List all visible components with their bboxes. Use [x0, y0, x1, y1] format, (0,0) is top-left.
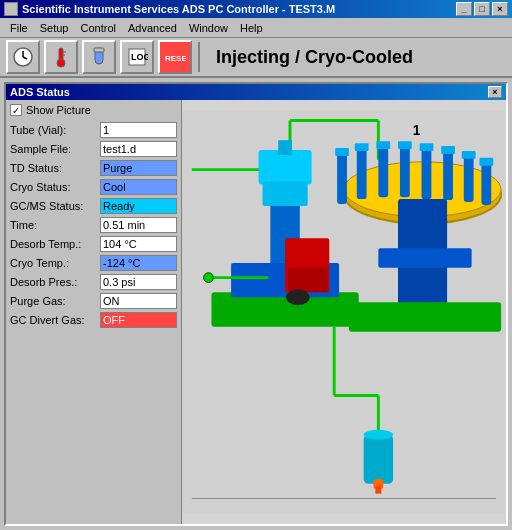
field-gc-divert-label: GC Divert Gas:	[10, 314, 100, 326]
ads-panel-titlebar: ADS Status ×	[6, 84, 506, 100]
svg-rect-37	[400, 143, 410, 197]
field-desorb-pres: Desorb Pres.: 0.3 psi	[10, 273, 177, 291]
svg-rect-8	[94, 48, 104, 52]
field-td: TD Status: Purge	[10, 159, 177, 177]
field-cryo-value: Cool	[100, 179, 177, 195]
svg-rect-56	[375, 486, 381, 494]
field-purge-label: Purge Gas:	[10, 295, 100, 307]
field-gcms-label: GC/MS Status:	[10, 200, 100, 212]
svg-rect-32	[335, 148, 349, 156]
svg-point-25	[286, 289, 310, 305]
svg-rect-49	[349, 302, 501, 331]
svg-rect-38	[398, 141, 412, 149]
show-picture-checkbox[interactable]: ✓	[10, 104, 22, 116]
svg-rect-48	[378, 248, 471, 268]
field-td-value: Purge	[100, 160, 177, 176]
svg-point-27	[204, 273, 214, 283]
svg-rect-40	[420, 143, 434, 151]
svg-rect-43	[464, 153, 474, 202]
field-purge: Purge Gas: ON	[10, 292, 177, 310]
log-button[interactable]: LOG	[120, 40, 154, 74]
toolbar: LOG RESET Injecting / Cryo-Cooled	[0, 38, 512, 78]
tube-button[interactable]	[82, 40, 116, 74]
menu-file[interactable]: File	[4, 20, 34, 36]
diagram-area: 1	[181, 100, 506, 524]
maximize-button[interactable]: □	[474, 2, 490, 16]
close-button[interactable]: ×	[492, 2, 508, 16]
status-label: Injecting / Cryo-Cooled	[216, 47, 413, 68]
svg-text:RESET: RESET	[165, 54, 186, 63]
app-icon	[4, 2, 18, 16]
field-gcms: GC/MS Status: Ready	[10, 197, 177, 215]
clock-button[interactable]	[6, 40, 40, 74]
field-cryo-temp-label: Cryo Temp.:	[10, 257, 100, 269]
svg-rect-19	[278, 140, 292, 155]
menu-control[interactable]: Control	[74, 20, 121, 36]
field-cryo-temp: Cryo Temp.: -124 °C	[10, 254, 177, 272]
field-sample: Sample File: test1.d	[10, 140, 177, 158]
svg-rect-45	[481, 160, 491, 205]
title-text: Scientific Instrument Services ADS PC Co…	[22, 3, 335, 15]
svg-rect-41	[443, 148, 453, 200]
field-tube-label: Tube (Vial):	[10, 124, 100, 136]
field-time-value: 0.51 min	[100, 217, 177, 233]
field-gcms-value: Ready	[100, 198, 177, 214]
svg-text:LOG: LOG	[131, 52, 148, 62]
svg-rect-18	[259, 150, 312, 184]
field-time-label: Time:	[10, 219, 100, 231]
field-cryo-label: Cryo Status:	[10, 181, 100, 193]
menu-window[interactable]: Window	[183, 20, 234, 36]
field-desorb-temp: Desorb Temp.: 104 °C	[10, 235, 177, 253]
menu-bar: File Setup Control Advanced Window Help	[0, 18, 512, 38]
field-purge-value: ON	[100, 293, 177, 309]
svg-point-54	[364, 430, 393, 440]
field-desorb-temp-label: Desorb Temp.:	[10, 238, 100, 250]
ads-panel: ADS Status × ✓ Show Picture Tube (Vial):…	[4, 82, 508, 526]
svg-rect-46	[479, 158, 493, 166]
show-picture-label: Show Picture	[26, 104, 91, 116]
field-desorb-temp-value: 104 °C	[100, 236, 177, 252]
main-area: ADS Status × ✓ Show Picture Tube (Vial):…	[0, 78, 512, 530]
show-picture-row: ✓ Show Picture	[10, 104, 177, 116]
temp-button[interactable]	[44, 40, 78, 74]
field-gc-divert: GC Divert Gas: OFF	[10, 311, 177, 329]
field-time: Time: 0.51 min	[10, 216, 177, 234]
field-td-label: TD Status:	[10, 162, 100, 174]
svg-rect-34	[355, 143, 369, 151]
svg-rect-35	[378, 143, 388, 197]
field-sample-value: test1.d	[100, 141, 177, 157]
svg-rect-20	[263, 181, 308, 206]
svg-rect-44	[462, 151, 476, 159]
menu-setup[interactable]: Setup	[34, 20, 75, 36]
field-sample-label: Sample File:	[10, 143, 100, 155]
svg-rect-36	[376, 141, 390, 149]
field-tube: Tube (Vial): 1	[10, 121, 177, 139]
field-cryo-temp-value: -124 °C	[100, 255, 177, 271]
menu-help[interactable]: Help	[234, 20, 269, 36]
reset-button[interactable]: RESET	[158, 40, 192, 74]
field-cryo: Cryo Status: Cool	[10, 178, 177, 196]
svg-rect-33	[357, 145, 367, 199]
field-gc-divert-value: OFF	[100, 312, 177, 328]
status-panel: ✓ Show Picture Tube (Vial): 1 Sample Fil…	[6, 100, 181, 524]
svg-rect-42	[441, 146, 455, 154]
svg-rect-21	[211, 292, 358, 326]
menu-advanced[interactable]: Advanced	[122, 20, 183, 36]
field-desorb-pres-value: 0.3 psi	[100, 274, 177, 290]
svg-point-4	[57, 59, 65, 67]
svg-rect-24	[288, 268, 327, 293]
ads-panel-title-text: ADS Status	[10, 86, 70, 98]
toolbar-separator	[198, 42, 200, 72]
field-desorb-pres-label: Desorb Pres.:	[10, 276, 100, 288]
ads-panel-close-button[interactable]: ×	[488, 86, 502, 98]
field-tube-value: 1	[100, 122, 177, 138]
ads-content: ✓ Show Picture Tube (Vial): 1 Sample Fil…	[6, 100, 506, 524]
window-controls: _ □ ×	[456, 2, 508, 16]
svg-text:1: 1	[413, 123, 421, 138]
title-bar: Scientific Instrument Services ADS PC Co…	[0, 0, 512, 18]
svg-rect-53	[364, 435, 393, 484]
svg-rect-39	[422, 145, 432, 199]
svg-rect-31	[337, 150, 347, 204]
minimize-button[interactable]: _	[456, 2, 472, 16]
instrument-diagram: 1	[182, 100, 506, 524]
